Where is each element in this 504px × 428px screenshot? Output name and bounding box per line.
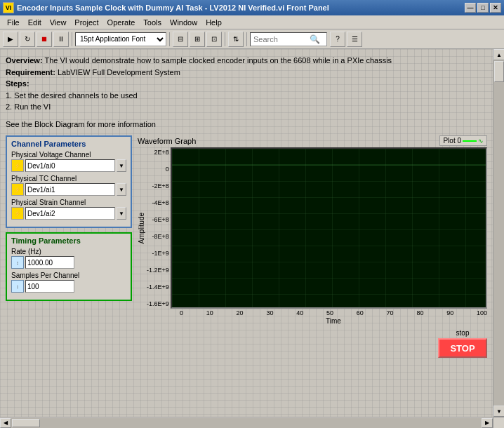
voltage-channel-dropdown-arrow[interactable]: ▼ [117, 159, 126, 172]
block-diagram-note: See the Block Diagram for more informati… [6, 119, 487, 131]
abort-button[interactable]: ⏹ [37, 32, 52, 47]
font-select[interactable]: 15pt Application Font [75, 32, 166, 46]
timing-parameters-box: Timing Parameters Rate (Hz) ↕ Samples Pe… [6, 232, 132, 301]
voltage-channel-label: Physical Voltage Channel [11, 151, 126, 159]
x-tick-20: 20 [237, 309, 244, 316]
maximize-button[interactable]: □ [477, 3, 489, 13]
toolbar: ▶ ↻ ⏹ ⏸ 15pt Application Font ⊟ ⊞ ⊡ ⇅ 🔍 … [0, 29, 504, 49]
y-tick-4: -6E+8 [152, 216, 169, 223]
scroll-track-vertical[interactable] [493, 60, 504, 406]
right-panel: Waveform Graph Plot 0 ∿ Amplitude 2E+8 [138, 135, 487, 358]
scroll-track-horizontal[interactable] [11, 418, 482, 428]
x-tick-90: 90 [446, 309, 453, 316]
strain-channel-input-row: ⚡ Dev1/ai2 ▼ [11, 207, 126, 220]
content-row: Channel Parameters Physical Voltage Chan… [6, 135, 487, 358]
vertical-scrollbar[interactable]: ▲ ▼ [493, 49, 504, 417]
minimize-button[interactable]: — [465, 3, 476, 13]
requirement-text: LabVIEW Full Development System [55, 68, 180, 76]
align-button[interactable]: ⊟ [173, 32, 188, 47]
distribute-button[interactable]: ⊞ [190, 32, 205, 47]
x-tick-50: 50 [326, 309, 333, 316]
waveform-graph [171, 147, 487, 309]
overview-line: Overview: The VI would demonstrate how t… [6, 55, 487, 67]
toolbar-separator-1 [72, 32, 72, 46]
time-axis-label: Time [180, 317, 487, 325]
scroll-right-arrow[interactable]: ▶ [482, 418, 493, 428]
rate-label: Rate (Hz) [11, 248, 126, 255]
x-axis-ticks: 0 10 20 30 40 50 60 70 80 90 100 [180, 309, 487, 316]
rate-input[interactable] [25, 256, 74, 269]
samples-label: Samples Per Channel [11, 272, 126, 279]
resize-button[interactable]: ⊡ [206, 32, 222, 47]
strain-channel-icon: ⚡ [11, 207, 24, 220]
y-tick-1: 0 [166, 166, 169, 173]
horizontal-scrollbar[interactable]: ◀ ▶ [0, 417, 493, 428]
scroll-thumb-vertical[interactable] [494, 61, 504, 82]
strain-channel-dropdown[interactable]: Dev1/ai2 [25, 207, 115, 220]
requirement-label: Requirement: [6, 68, 55, 76]
tc-channel-row: Physical TC Channel ⚡ Dev1/ai1 ▼ [11, 175, 126, 196]
menu-tools[interactable]: Tools [139, 17, 166, 28]
y-tick-9: -1.6E+9 [147, 300, 169, 307]
plot-wave-icon: ∿ [478, 138, 484, 145]
main-panel: Overview: The VI would demonstrate how t… [0, 49, 504, 428]
rate-icon: ↕ [11, 256, 24, 269]
pause-button[interactable]: ⏸ [53, 32, 69, 47]
description-section: Overview: The VI would demonstrate how t… [6, 55, 487, 130]
graph-with-yaxis: Amplitude 2E+8 0 -2E+8 -4E+8 -6E+8 -8E+8… [138, 147, 487, 309]
menu-operate[interactable]: Operate [103, 17, 140, 28]
steps-label: Steps: [6, 78, 487, 90]
scroll-left-arrow[interactable]: ◀ [0, 418, 11, 428]
strain-channel-label: Physical Strain Channel [11, 199, 126, 206]
voltage-channel-icon: ⚡ [11, 159, 24, 172]
scroll-up-arrow[interactable]: ▲ [493, 49, 504, 60]
tc-channel-dropdown-arrow[interactable]: ▼ [117, 183, 126, 196]
help-button[interactable]: ? [330, 32, 345, 47]
requirement-line: Requirement: LabVIEW Full Development Sy… [6, 67, 487, 79]
strain-channel-dropdown-arrow[interactable]: ▼ [117, 207, 126, 220]
tc-channel-dropdown[interactable]: Dev1/ai1 [25, 183, 115, 196]
scroll-thumb-horizontal[interactable] [12, 419, 40, 427]
stop-label: stop [456, 329, 470, 337]
menu-file[interactable]: File [3, 17, 24, 28]
overview-label: Overview: [6, 56, 43, 65]
voltage-channel-value: Dev1/ai0 [27, 162, 55, 170]
y-tick-5: -8E+8 [152, 233, 169, 240]
overview-text: The VI would demonstrate how to sample c… [43, 56, 392, 65]
run-button[interactable]: ▶ [3, 32, 18, 47]
plot-label: Plot 0 [443, 137, 461, 145]
search-input[interactable] [253, 35, 310, 44]
samples-input[interactable] [25, 280, 74, 293]
graph-svg [172, 149, 486, 307]
x-tick-40: 40 [296, 309, 303, 316]
samples-row: Samples Per Channel ↕ [11, 272, 126, 293]
x-tick-30: 30 [266, 309, 273, 316]
menu-project[interactable]: Project [70, 17, 102, 28]
step1: 1. Set the desired channels to be used [6, 90, 487, 102]
reorder-button[interactable]: ⇅ [228, 32, 244, 47]
menu-view[interactable]: View [46, 17, 71, 28]
voltage-channel-dropdown[interactable]: Dev1/ai0 [25, 159, 115, 172]
y-tick-0: 2E+8 [154, 149, 169, 156]
run-continuously-button[interactable]: ↻ [20, 32, 35, 47]
window-controls: — □ ✕ [465, 3, 501, 13]
y-tick-8: -1.4E+9 [147, 283, 169, 290]
close-button[interactable]: ✕ [490, 3, 501, 13]
menu-edit[interactable]: Edit [24, 17, 46, 28]
menu-help[interactable]: Help [201, 17, 226, 28]
tc-channel-icon: ⚡ [11, 183, 24, 196]
voltage-channel-input-row: ⚡ Dev1/ai0 ▼ [11, 159, 126, 172]
scroll-down-arrow[interactable]: ▼ [493, 406, 504, 417]
amplitude-label: Amplitude [138, 213, 145, 243]
stop-button[interactable]: STOP [438, 338, 487, 358]
context-help-button[interactable]: ☰ [347, 32, 362, 47]
y-tick-7: -1.2E+9 [147, 267, 169, 274]
y-axis-ticks: 2E+8 0 -2E+8 -4E+8 -6E+8 -8E+8 -1E+9 -1.… [147, 147, 169, 309]
strain-channel-row: Physical Strain Channel ⚡ Dev1/ai2 ▼ [11, 199, 126, 220]
rate-input-row: ↕ [11, 256, 126, 269]
search-box[interactable]: 🔍 [250, 32, 327, 46]
graph-header: Waveform Graph Plot 0 ∿ [138, 135, 487, 146]
samples-input-row: ↕ [11, 280, 126, 293]
menu-window[interactable]: Window [166, 17, 201, 28]
stop-section: stop STOP [438, 329, 487, 358]
